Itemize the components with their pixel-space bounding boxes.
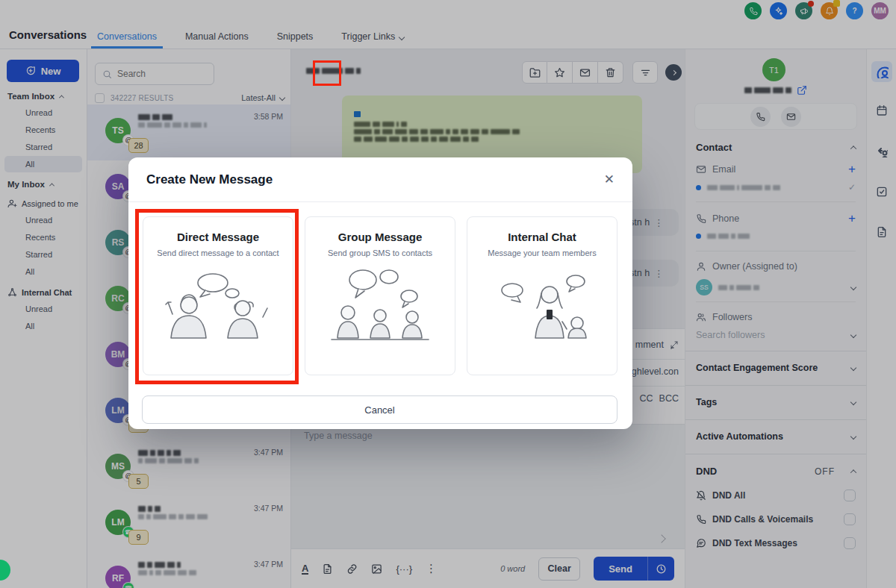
- modal-title: Create New Message: [146, 172, 273, 187]
- direct-message-illustration: [155, 263, 281, 345]
- direct-message-option[interactable]: Direct Message Send direct message to a …: [143, 216, 293, 375]
- close-icon[interactable]: ✕: [604, 172, 615, 187]
- internal-chat-option[interactable]: Internal Chat Message your team members: [467, 216, 617, 375]
- create-new-message-modal: Create New Message ✕ Direct Message Send…: [128, 157, 632, 429]
- cancel-button[interactable]: Cancel: [142, 395, 617, 424]
- group-message-illustration: [317, 263, 444, 345]
- group-message-option[interactable]: Group Message Send group SMS to contacts: [305, 216, 455, 375]
- internal-chat-illustration: [479, 263, 606, 345]
